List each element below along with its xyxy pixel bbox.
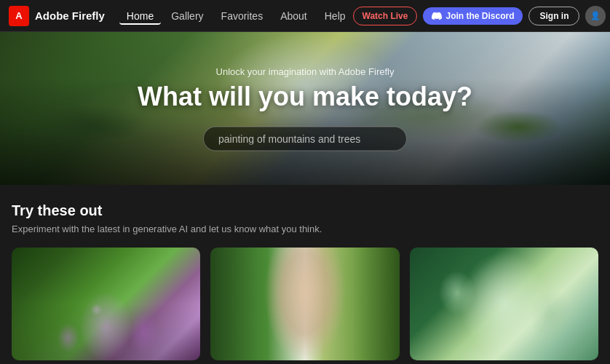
card-3-detail [410, 248, 598, 360]
navbar: A Adobe Firefly Home Gallery Favorites A… [0, 0, 610, 32]
card-botanical[interactable] [410, 248, 598, 360]
section-title: Try these out [12, 202, 598, 219]
nav-link-gallery[interactable]: Gallery [164, 7, 210, 25]
watch-live-button[interactable]: Watch Live [353, 7, 418, 25]
discord-button[interactable]: Join the Discord [423, 7, 523, 25]
card-fantasy-forest[interactable] [12, 248, 200, 360]
card-1-detail [12, 248, 200, 360]
nav-logo[interactable]: A Adobe Firefly [9, 6, 105, 26]
nav-link-favorites[interactable]: Favorites [214, 7, 271, 25]
section-description: Experiment with the latest in generative… [12, 223, 598, 234]
signin-button[interactable]: Sign in [528, 7, 579, 25]
card-2-detail [210, 248, 399, 360]
nav-links: Home Gallery Favorites About Help [119, 7, 353, 25]
cards-grid [12, 248, 598, 360]
avatar[interactable]: 👤 [585, 6, 606, 26]
nav-link-about[interactable]: About [273, 7, 314, 25]
main-content: Try these out Experiment with the latest… [0, 185, 610, 364]
hero-search-bar[interactable] [203, 127, 407, 151]
card-portrait[interactable] [210, 248, 399, 360]
hero-search-input[interactable] [218, 133, 379, 145]
hero-title: What will you make today? [15, 82, 595, 112]
hero-section: Unlock your imagination with Adobe Firef… [0, 32, 610, 185]
adobe-icon: A [9, 6, 29, 26]
nav-actions: Watch Live Join the Discord Sign in 👤 [353, 6, 606, 26]
hero-content: Unlock your imagination with Adobe Firef… [0, 66, 610, 151]
hero-subtitle: Unlock your imagination with Adobe Firef… [15, 66, 595, 77]
nav-link-help[interactable]: Help [317, 7, 353, 25]
brand-name: Adobe Firefly [35, 9, 105, 22]
nav-link-home[interactable]: Home [119, 7, 161, 25]
discord-icon [432, 11, 442, 21]
avatar-icon: 👤 [590, 11, 601, 20]
